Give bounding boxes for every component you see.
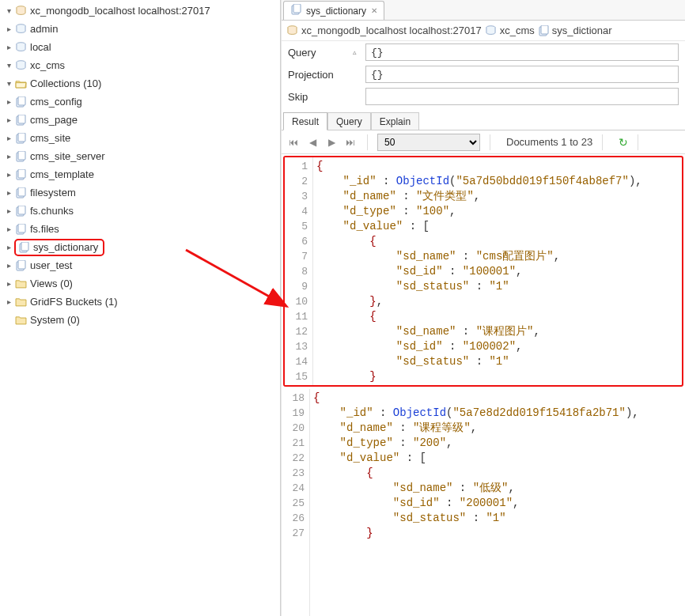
tree-system-folder[interactable]: ▸ System (0) bbox=[0, 311, 280, 329]
database-icon bbox=[14, 59, 27, 72]
tree-collection-item-selected[interactable]: ▸ sys_dictionary bbox=[0, 238, 280, 256]
chevron-right-icon[interactable]: ▸ bbox=[3, 187, 14, 198]
chevron-up-down-icon[interactable]: ▵ bbox=[350, 48, 359, 56]
tree-collection-item[interactable]: ▸ cms_page bbox=[0, 111, 280, 129]
collection-icon bbox=[14, 168, 27, 181]
tree-collection-item[interactable]: ▸ filesystem bbox=[0, 183, 280, 202]
tree-collection-item[interactable]: ▸ user_test bbox=[0, 256, 280, 274]
chevron-right-icon[interactable]: ▸ bbox=[3, 42, 14, 53]
chevron-right-icon[interactable]: ▸ bbox=[3, 24, 14, 35]
svg-rect-21 bbox=[21, 242, 28, 251]
json-code[interactable]: { "_id" : ObjectId("5a7d50bdd019f150f4ab… bbox=[313, 157, 682, 385]
chevron-right-icon[interactable]: ▸ bbox=[3, 224, 14, 235]
chevron-right-icon[interactable]: ▸ bbox=[3, 297, 14, 308]
result-toolbar: ⏮ ◀ ▶ ⏭ 50 Documents 1 to 23 ↻ bbox=[282, 130, 685, 154]
tree-collection-item[interactable]: ▸ cms_config bbox=[0, 93, 280, 111]
tree-views-folder[interactable]: ▸ Views (0) bbox=[0, 274, 280, 293]
database-icon bbox=[485, 25, 497, 36]
chevron-right-icon[interactable]: ▸ bbox=[3, 206, 14, 217]
next-page-icon[interactable]: ▶ bbox=[324, 137, 339, 148]
collection-icon bbox=[538, 25, 549, 36]
svg-rect-11 bbox=[18, 151, 25, 160]
json-editor-box-1: 1234567891011121314151617 { "_id" : Obje… bbox=[283, 156, 683, 387]
tree-collections-folder[interactable]: ▾ Collections (10) bbox=[0, 74, 280, 93]
chevron-right-icon[interactable]: ▸ bbox=[3, 96, 14, 108]
tree-collection-item[interactable]: ▸ cms_site bbox=[0, 129, 280, 147]
skip-label: Skip bbox=[288, 91, 343, 103]
chevron-right-icon[interactable]: ▸ bbox=[3, 260, 14, 271]
query-label: Query bbox=[288, 47, 343, 59]
tab-label: sys_dictionary bbox=[306, 6, 366, 17]
tree-collection-item[interactable]: ▸ fs.chunks bbox=[0, 202, 280, 220]
collection-icon bbox=[14, 187, 27, 199]
svg-rect-7 bbox=[18, 115, 25, 123]
database-icon bbox=[14, 41, 27, 54]
svg-rect-13 bbox=[18, 169, 25, 178]
collection-icon bbox=[14, 259, 27, 272]
collection-icon bbox=[17, 241, 30, 254]
breadcrumb: xc_mongodb_localhost localhost:27017 xc_… bbox=[282, 21, 685, 41]
breadcrumb-collection[interactable]: sys_dictionar bbox=[552, 25, 612, 36]
json-editor-box-2: 18192021222324252627 { "_id" : ObjectId(… bbox=[282, 388, 685, 617]
tab-result[interactable]: Result bbox=[283, 112, 327, 130]
chevron-down-icon[interactable]: ▾ bbox=[3, 60, 14, 71]
folder-open-icon bbox=[14, 77, 27, 90]
line-gutter: 1234567891011121314151617 bbox=[285, 157, 313, 385]
line-gutter: 18192021222324252627 bbox=[282, 389, 310, 617]
tree-collection-item[interactable]: ▸ cms_template bbox=[0, 165, 280, 183]
db-tree-sidebar: ▾ xc_mongodb_localhost localhost:27017 ▸… bbox=[0, 0, 281, 616]
svg-rect-17 bbox=[18, 206, 25, 214]
tree-db-admin[interactable]: ▸ admin bbox=[0, 20, 280, 38]
collection-icon bbox=[14, 132, 27, 145]
tab-query[interactable]: Query bbox=[327, 112, 371, 130]
tab-explain[interactable]: Explain bbox=[371, 112, 419, 130]
folder-icon bbox=[14, 296, 27, 308]
projection-input[interactable] bbox=[365, 66, 679, 83]
collection-icon bbox=[14, 205, 27, 217]
svg-rect-23 bbox=[18, 260, 25, 269]
chevron-down-icon[interactable]: ▾ bbox=[3, 6, 14, 17]
doc-range-label: Documents 1 to 23 bbox=[506, 136, 592, 148]
tree-db-xccms[interactable]: ▾ xc_cms bbox=[0, 56, 280, 74]
query-input[interactable] bbox=[365, 43, 679, 61]
editor-tabbar: sys_dictionary ✕ bbox=[282, 0, 685, 21]
collection-icon bbox=[290, 4, 301, 17]
folder-icon bbox=[14, 314, 27, 327]
server-icon bbox=[14, 5, 27, 17]
collection-icon bbox=[14, 114, 27, 127]
collection-icon bbox=[14, 96, 27, 108]
chevron-right-icon[interactable]: ▸ bbox=[3, 169, 14, 180]
server-icon bbox=[286, 25, 298, 36]
last-page-icon[interactable]: ⏭ bbox=[343, 137, 358, 148]
chevron-right-icon[interactable]: ▸ bbox=[3, 242, 14, 253]
tree-collection-item[interactable]: ▸ cms_site_server bbox=[0, 147, 280, 165]
chevron-right-icon[interactable]: ▸ bbox=[3, 151, 14, 162]
json-code[interactable]: { "_id" : ObjectId("5a7e8d2dd019f15418fa… bbox=[310, 389, 685, 617]
svg-rect-15 bbox=[18, 187, 25, 196]
svg-rect-5 bbox=[18, 96, 25, 105]
refresh-icon[interactable]: ↻ bbox=[619, 136, 628, 149]
tree-db-local[interactable]: ▸ local bbox=[0, 38, 280, 56]
editor-panel: sys_dictionary ✕ xc_mongodb_localhost lo… bbox=[281, 0, 685, 616]
tab-sys-dictionary[interactable]: sys_dictionary ✕ bbox=[283, 1, 384, 20]
chevron-right-icon[interactable]: ▸ bbox=[3, 133, 14, 144]
breadcrumb-db[interactable]: xc_cms bbox=[500, 25, 535, 36]
chevron-right-icon[interactable]: ▸ bbox=[3, 115, 14, 126]
collection-icon bbox=[14, 223, 27, 236]
close-icon[interactable]: ✕ bbox=[371, 6, 377, 15]
page-size-select[interactable]: 50 bbox=[377, 134, 480, 151]
tree-gridfs-folder[interactable]: ▸ GridFS Buckets (1) bbox=[0, 293, 280, 311]
prev-page-icon[interactable]: ◀ bbox=[305, 137, 320, 148]
first-page-icon[interactable]: ⏮ bbox=[286, 137, 301, 148]
result-tabs: Result Query Explain bbox=[282, 111, 685, 130]
breadcrumb-server[interactable]: xc_mongodb_localhost localhost:27017 bbox=[301, 25, 482, 36]
skip-input[interactable] bbox=[365, 88, 679, 105]
svg-rect-29 bbox=[541, 25, 548, 34]
chevron-right-icon[interactable]: ▸ bbox=[3, 278, 14, 289]
tree-collection-item[interactable]: ▸ fs.files bbox=[0, 220, 280, 238]
chevron-down-icon[interactable]: ▾ bbox=[3, 78, 14, 89]
svg-rect-19 bbox=[18, 224, 25, 232]
projection-label: Projection bbox=[288, 69, 343, 81]
tree-connection[interactable]: ▾ xc_mongodb_localhost localhost:27017 bbox=[0, 2, 280, 20]
connection-label: xc_mongodb_localhost localhost:27017 bbox=[30, 5, 280, 17]
